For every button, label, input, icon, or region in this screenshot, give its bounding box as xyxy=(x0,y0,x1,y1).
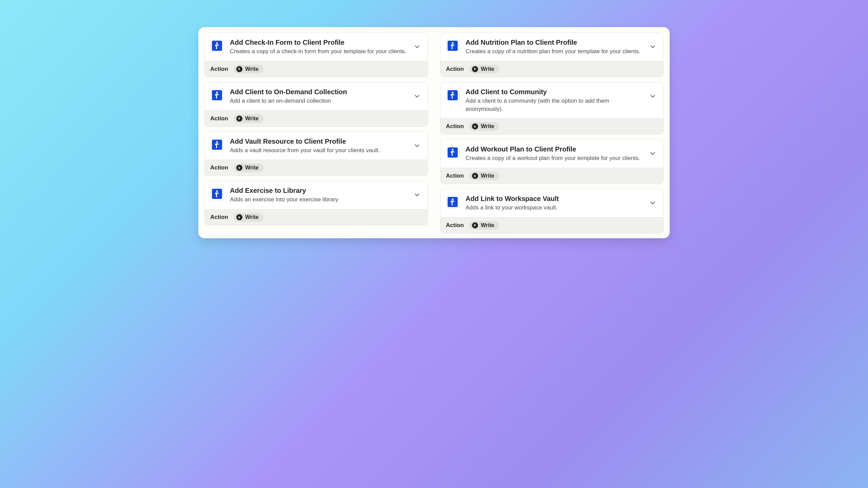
app-icon-frame xyxy=(446,146,459,159)
chevron-down-icon xyxy=(413,142,421,149)
card-text: Add Link to Workspace Vault Adds a link … xyxy=(466,194,643,212)
card-description: Add a client to a community (with the op… xyxy=(466,97,643,113)
svg-point-4 xyxy=(452,42,454,44)
svg-point-7 xyxy=(452,199,454,200)
card-footer: Action Write xyxy=(205,160,428,176)
write-badge: Write xyxy=(234,213,263,222)
chevron-down-icon xyxy=(649,93,656,100)
right-column: Add Nutrition Plan to Client Profile Cre… xyxy=(440,33,664,233)
chevron-down-icon xyxy=(649,150,656,157)
card-description: Adds a vault resource from your vault fo… xyxy=(230,146,407,155)
write-badge: Write xyxy=(469,171,499,180)
badge-text: Write xyxy=(481,222,494,228)
app-icon-frame xyxy=(446,195,459,209)
card-header[interactable]: Add Client to Community Add a client to … xyxy=(440,82,663,119)
footer-label: Action xyxy=(210,115,228,122)
card-title: Add Client to On-Demand Collection xyxy=(230,88,407,96)
bolt-icon xyxy=(236,116,242,122)
badge-text: Write xyxy=(481,66,494,72)
fitcoach-icon xyxy=(448,147,458,158)
badge-text: Write xyxy=(481,173,494,179)
card-title: Add Exercise to Library xyxy=(230,186,407,195)
fitcoach-icon xyxy=(448,90,458,100)
card-footer: Action Write xyxy=(440,217,663,233)
app-icon-frame xyxy=(446,88,459,102)
fitcoach-icon xyxy=(212,90,222,100)
card-text: Add Exercise to Library Adds an exercise… xyxy=(230,186,407,204)
app-icon-frame xyxy=(446,39,459,53)
card-text: Add Client to On-Demand Collection Add a… xyxy=(230,87,407,105)
write-badge: Write xyxy=(469,221,499,230)
svg-point-5 xyxy=(452,92,454,93)
bolt-icon xyxy=(472,123,478,129)
card-description: Creates a copy of a nutrition plan from … xyxy=(466,47,643,56)
chevron-down-icon xyxy=(649,199,656,207)
card-text: Add Workout Plan to Client Profile Creat… xyxy=(466,144,643,162)
card-description: Creates a copy of a check-in form from y… xyxy=(230,47,407,56)
app-icon-frame xyxy=(210,187,224,201)
card-description: Adds a link to your workspace vault. xyxy=(466,204,643,212)
footer-label: Action xyxy=(210,214,228,221)
actions-panel: Add Check-In Form to Client Profile Crea… xyxy=(198,27,670,238)
fitcoach-icon xyxy=(212,41,222,51)
card-description: Add a client to an on-demand collection xyxy=(230,97,407,105)
fitcoach-icon xyxy=(448,197,458,207)
card-header[interactable]: Add Check-In Form to Client Profile Crea… xyxy=(205,33,428,61)
badge-text: Write xyxy=(245,214,259,220)
fitcoach-icon xyxy=(448,41,458,51)
svg-point-6 xyxy=(452,149,454,151)
card-text: Add Vault Resource to Client Profile Add… xyxy=(230,137,407,155)
chevron-down-icon xyxy=(649,43,656,50)
action-card-right-1: Add Client to Community Add a client to … xyxy=(440,82,664,135)
action-card-right-2: Add Workout Plan to Client Profile Creat… xyxy=(440,139,664,184)
fitcoach-icon xyxy=(212,189,222,199)
chevron-down-icon xyxy=(413,43,421,50)
write-badge: Write xyxy=(234,163,263,172)
bolt-icon xyxy=(236,214,242,220)
bolt-icon xyxy=(236,66,242,72)
card-description: Creates a copy of a workout plan from yo… xyxy=(466,154,643,162)
footer-label: Action xyxy=(210,66,228,73)
footer-label: Action xyxy=(446,123,464,130)
card-header[interactable]: Add Client to On-Demand Collection Add a… xyxy=(205,82,428,110)
footer-label: Action xyxy=(446,222,464,229)
svg-point-1 xyxy=(216,92,218,93)
badge-text: Write xyxy=(245,66,259,72)
bolt-icon xyxy=(236,165,242,171)
card-title: Add Link to Workspace Vault xyxy=(466,195,643,203)
card-footer: Action Write xyxy=(205,61,428,77)
bolt-icon xyxy=(472,222,478,228)
card-footer: Action Write xyxy=(440,61,663,77)
badge-text: Write xyxy=(481,123,494,129)
footer-label: Action xyxy=(446,172,464,179)
card-text: Add Client to Community Add a client to … xyxy=(466,87,643,113)
action-card-left-3: Add Exercise to Library Adds an exercise… xyxy=(204,181,428,225)
footer-label: Action xyxy=(210,164,228,171)
card-footer: Action Write xyxy=(440,118,663,134)
fitcoach-icon xyxy=(212,140,222,150)
badge-text: Write xyxy=(245,116,259,122)
write-badge: Write xyxy=(234,114,263,123)
footer-label: Action xyxy=(446,66,464,73)
card-text: Add Check-In Form to Client Profile Crea… xyxy=(230,38,407,56)
card-title: Add Vault Resource to Client Profile xyxy=(230,137,407,146)
app-icon-frame xyxy=(210,138,224,151)
card-title: Add Workout Plan to Client Profile xyxy=(466,145,643,154)
write-badge: Write xyxy=(469,65,499,74)
action-card-left-2: Add Vault Resource to Client Profile Add… xyxy=(204,131,428,176)
app-icon-frame xyxy=(210,39,224,53)
bolt-icon xyxy=(472,173,478,179)
svg-point-0 xyxy=(216,42,218,44)
bolt-icon xyxy=(472,66,478,72)
card-header[interactable]: Add Exercise to Library Adds an exercise… xyxy=(205,181,428,209)
card-footer: Action Write xyxy=(205,110,428,126)
card-header[interactable]: Add Link to Workspace Vault Adds a link … xyxy=(440,189,663,217)
action-card-right-0: Add Nutrition Plan to Client Profile Cre… xyxy=(440,33,664,77)
card-header[interactable]: Add Nutrition Plan to Client Profile Cre… xyxy=(440,33,663,61)
chevron-down-icon xyxy=(413,93,421,100)
chevron-down-icon xyxy=(413,191,421,199)
card-header[interactable]: Add Vault Resource to Client Profile Add… xyxy=(205,132,428,160)
card-header[interactable]: Add Workout Plan to Client Profile Creat… xyxy=(440,140,663,168)
card-description: Adds an exercise into your exercise libr… xyxy=(230,196,407,204)
card-footer: Action Write xyxy=(205,209,428,225)
